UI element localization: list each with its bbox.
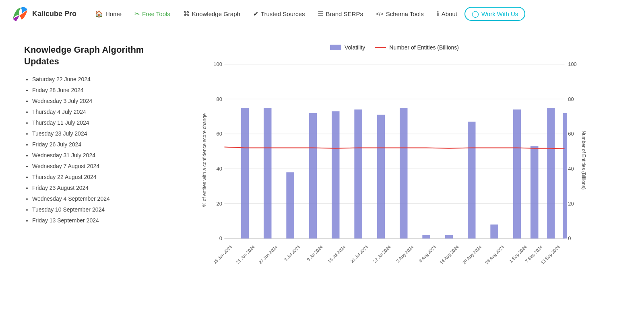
- bar-6: [377, 115, 385, 238]
- list-item: Wednesday 3 July 2024: [32, 97, 153, 105]
- code-icon: </>: [376, 11, 384, 17]
- list-item: Friday 23 August 2024: [32, 184, 153, 192]
- svg-text:% of entites with a confidence: % of entites with a confidence score cha…: [202, 113, 207, 207]
- chart-container: % of entites with a confidence score cha…: [169, 56, 620, 266]
- svg-text:3 Jul 2024: 3 Jul 2024: [283, 245, 301, 262]
- nav-work-with-us[interactable]: ◯ Work With Us: [464, 7, 525, 21]
- bar-9: [445, 235, 453, 238]
- bar-8: [422, 235, 430, 238]
- svg-text:14 Aug 2024: 14 Aug 2024: [439, 245, 459, 265]
- navigation: Kalicube Pro 🏠 Home ✂ Free Tools ⌘ Knowl…: [0, 0, 644, 28]
- svg-text:0: 0: [568, 235, 571, 241]
- svg-text:20 Aug 2024: 20 Aug 2024: [462, 245, 482, 265]
- svg-text:40: 40: [568, 166, 574, 172]
- bar-1: [264, 108, 272, 238]
- nav-knowledge-graph[interactable]: ⌘ Knowledge Graph: [178, 7, 246, 21]
- chart-legend: Volatility Number of Entities (Billions): [169, 44, 620, 51]
- bar-4: [332, 111, 340, 238]
- svg-text:27 Jun 2024: 27 Jun 2024: [258, 245, 278, 265]
- bar-12: [513, 109, 521, 238]
- svg-text:0: 0: [219, 235, 222, 241]
- svg-text:21 Jul 2024: 21 Jul 2024: [349, 245, 369, 264]
- menu-icon: ☰: [318, 10, 323, 18]
- nav-trusted-sources[interactable]: ✔ Trusted Sources: [248, 7, 311, 21]
- list-item: Tuesday 23 July 2024: [32, 130, 153, 138]
- svg-text:100: 100: [213, 61, 222, 67]
- nav-brand-serps[interactable]: ☰ Brand SERPs: [312, 7, 369, 21]
- list-item: Wednesday 7 August 2024: [32, 162, 153, 171]
- scissors-icon: ✂: [134, 10, 140, 18]
- nav-home[interactable]: 🏠 Home: [89, 7, 127, 21]
- logo-text: Kalicube Pro: [32, 10, 76, 18]
- left-panel: Knowledge Graph Algorithm Updates Saturd…: [24, 44, 153, 227]
- nav-about[interactable]: ℹ About: [431, 7, 463, 21]
- svg-text:15 Jul 2024: 15 Jul 2024: [327, 245, 346, 264]
- chart-area: Volatility Number of Entities (Billions)…: [169, 44, 620, 266]
- list-item: Friday 26 July 2024: [32, 140, 153, 149]
- bar-5: [354, 109, 362, 238]
- svg-text:60: 60: [568, 131, 574, 137]
- svg-text:9 Jul 2024: 9 Jul 2024: [306, 245, 324, 262]
- svg-text:21 Jun 2024: 21 Jun 2024: [235, 245, 256, 265]
- list-item: Wednesday 4 September 2024: [32, 195, 153, 203]
- svg-text:20: 20: [568, 201, 574, 207]
- command-icon: ⌘: [183, 10, 190, 18]
- bar-2: [286, 172, 294, 238]
- bar-3: [309, 113, 317, 238]
- chart-svg: % of entites with a confidence score cha…: [169, 56, 620, 265]
- svg-text:15 Jun 2024: 15 Jun 2024: [213, 245, 233, 265]
- logo[interactable]: Kalicube Pro: [10, 4, 76, 24]
- nav-schema-tools[interactable]: </> Schema Tools: [370, 7, 429, 21]
- list-item: Thursday 22 August 2024: [32, 173, 153, 181]
- info-icon: ℹ: [437, 10, 439, 18]
- bar-14: [547, 108, 555, 238]
- list-item: Wednesday 31 July 2024: [32, 151, 153, 160]
- bar-10: [468, 122, 476, 238]
- bar-13: [530, 146, 539, 238]
- svg-text:20: 20: [217, 201, 222, 207]
- svg-text:8 Aug 2024: 8 Aug 2024: [418, 245, 437, 263]
- svg-text:60: 60: [217, 131, 222, 137]
- volatility-color-swatch: [330, 45, 341, 50]
- bar-15: [563, 113, 567, 238]
- entities-color-swatch: [375, 47, 386, 48]
- circle-icon: ◯: [472, 10, 479, 18]
- svg-text:2 Aug 2024: 2 Aug 2024: [395, 245, 414, 263]
- bar-11: [490, 224, 498, 238]
- home-icon: 🏠: [95, 10, 103, 18]
- svg-text:40: 40: [217, 166, 222, 172]
- page-title: Knowledge Graph Algorithm Updates: [24, 44, 153, 67]
- checkmark-icon: ✔: [253, 10, 258, 18]
- list-item: Saturday 22 June 2024: [32, 75, 153, 84]
- svg-text:13 Sep 2024: 13 Sep 2024: [540, 245, 561, 265]
- list-item: Friday 13 September 2024: [32, 216, 153, 225]
- updates-list: Saturday 22 June 2024Friday 28 June 2024…: [24, 75, 153, 225]
- svg-text:80: 80: [217, 96, 222, 102]
- nav-items: 🏠 Home ✂ Free Tools ⌘ Knowledge Graph ✔ …: [89, 7, 634, 21]
- logo-icon: [10, 4, 29, 24]
- svg-text:Number of Entities (Billions): Number of Entities (Billions): [581, 131, 586, 190]
- layout: Knowledge Graph Algorithm Updates Saturd…: [24, 44, 620, 266]
- bar-7: [400, 108, 408, 238]
- legend-volatility: Volatility: [330, 44, 365, 51]
- svg-text:27 Jul 2024: 27 Jul 2024: [372, 245, 392, 264]
- main-content: Knowledge Graph Algorithm Updates Saturd…: [8, 28, 636, 282]
- list-item: Friday 28 June 2024: [32, 86, 153, 95]
- svg-text:26 Aug 2024: 26 Aug 2024: [484, 245, 505, 265]
- legend-entities: Number of Entities (Billions): [375, 44, 459, 51]
- list-item: Thursday 4 July 2024: [32, 108, 153, 116]
- bar-0: [241, 108, 249, 238]
- svg-text:100: 100: [568, 61, 577, 67]
- list-item: Thursday 11 July 2024: [32, 119, 153, 127]
- list-item: Tuesday 10 September 2024: [32, 206, 153, 214]
- nav-free-tools[interactable]: ✂ Free Tools: [129, 7, 176, 21]
- svg-text:80: 80: [568, 96, 574, 102]
